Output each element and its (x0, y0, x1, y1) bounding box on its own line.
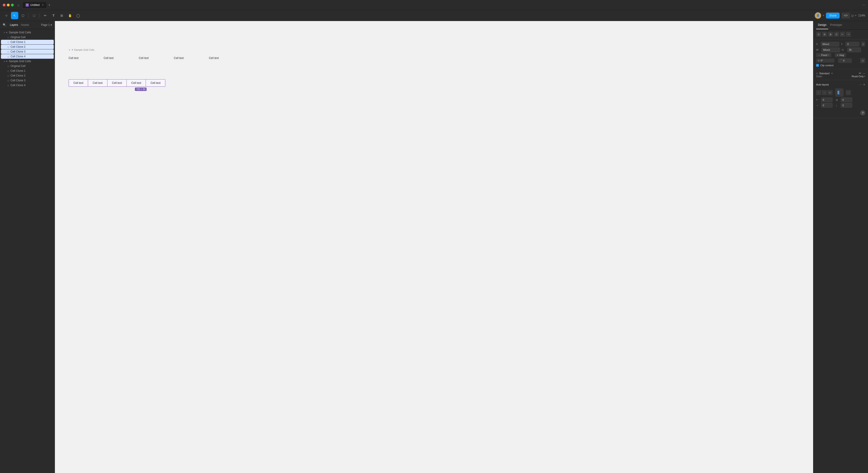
grid-frame[interactable]: Cell text Cell text Cell text Cell text … (69, 79, 165, 87)
fixed-icon: ↔ (818, 54, 820, 57)
fixed-chevron: ▾ (828, 54, 829, 56)
text-tool[interactable]: T (50, 12, 57, 19)
expand-icon[interactable]: ▾ (4, 31, 5, 34)
shape-tool[interactable]: □ (30, 12, 38, 19)
grid-cell-2[interactable]: Cell text (88, 79, 107, 87)
layer-cell-clone-4[interactable]: ◇ Cell Clone 4 (1, 54, 54, 59)
layer-original-cell-2[interactable]: ◇ Original Cell (1, 64, 54, 68)
active-tab[interactable]: F Untitled ✕ (23, 2, 46, 8)
y-input[interactable] (845, 42, 859, 46)
canvas-area[interactable]: ✦ ✦ Sample Grid Cells Cell text Cell tex… (55, 21, 813, 473)
position-lock-button[interactable]: ⊙ (861, 42, 865, 46)
grid-cell-5[interactable]: Cell text (146, 79, 165, 87)
cell-text-r2-4: Cell text (131, 81, 141, 85)
grid-cell-1[interactable]: Cell text (69, 79, 88, 87)
hand-tool[interactable]: ✋ (66, 12, 74, 19)
play-chevron[interactable]: ▾ (855, 14, 856, 17)
align-center-button[interactable]: ⊞ (822, 32, 827, 37)
component-chevron[interactable]: ▾ (831, 72, 833, 74)
padding-h-input[interactable] (821, 103, 833, 108)
expand-icon[interactable]: ▾ (4, 60, 5, 63)
hug-sizing-button[interactable]: ✕ Hug (835, 53, 846, 57)
layer-cell-clone-2b[interactable]: ◇ Cell Clone 2 (1, 73, 54, 78)
more-options-button[interactable]: ··· (862, 3, 865, 7)
home-icon[interactable]: ⌂ (18, 3, 19, 7)
comment-tool[interactable]: ◯ (74, 12, 82, 19)
tab-close-icon[interactable]: ✕ (42, 4, 44, 6)
h-input[interactable] (847, 47, 861, 52)
frame-icon: ◇ (7, 65, 9, 67)
rotation-value[interactable]: 0° (821, 59, 823, 62)
direction-right-button[interactable]: → (822, 90, 827, 95)
component-row: ◇ Standard ▾ ✏ ··· (816, 71, 865, 75)
frame-icon: ◇ (7, 74, 9, 77)
frame-grid-tool[interactable]: ⊹ (3, 12, 10, 19)
alignment-grid[interactable] (835, 89, 843, 97)
frame-icon: ◇ (7, 84, 9, 87)
component-edit-button[interactable]: ✏ (859, 71, 861, 75)
layer-cell-clone-1[interactable]: ◇ Cell Clone 1 (1, 40, 54, 44)
align-middle-button[interactable]: ⊢ (840, 32, 845, 37)
add-tab-button[interactable]: + (48, 3, 50, 7)
fixed-sizing-button[interactable]: ↔ Fixed ▾ (816, 53, 831, 57)
direction-wrap-button[interactable]: ↩ (828, 90, 833, 95)
layer-sample-grid-2[interactable]: ▾ ✦ Sample Grid Cells (1, 59, 54, 64)
minimize-button[interactable] (7, 4, 10, 6)
align-top-button[interactable]: ⊡ (834, 32, 839, 37)
state-value-container[interactable]: Read-Only ▾ (851, 75, 865, 78)
layer-cell-clone-3[interactable]: ◇ Cell Clone 3 (1, 49, 54, 54)
canvas-frame-label: ✦ Sample Grid Cells (71, 48, 94, 52)
x-input[interactable] (821, 42, 839, 46)
direction-row: ↓ → ↩ ··· (816, 89, 865, 97)
layer-cell-clone-1b[interactable]: ◇ Cell Clone 1 (1, 69, 54, 73)
align-bottom-button[interactable]: ⊣ (846, 32, 851, 37)
align-right-button[interactable]: ⊠ (828, 32, 833, 37)
auto-layout-more-button[interactable]: ··· (860, 83, 862, 86)
frame-icon: ◇ (7, 36, 9, 39)
auto-layout-add-button[interactable]: + (863, 82, 865, 87)
play-button[interactable]: ▷ (852, 14, 854, 18)
align-left-button[interactable]: ⊟ (816, 32, 821, 37)
pen-tool[interactable]: ✏ (42, 12, 49, 19)
direction-down-button[interactable]: ↓ (816, 90, 821, 95)
layer-label: Cell Clone 4 (10, 55, 25, 58)
size-badge: 720 × 30 (135, 88, 147, 91)
corner-radius-value[interactable]: 0 (843, 59, 844, 62)
prototype-tab[interactable]: Prototype (828, 21, 843, 29)
layer-cell-clone-3b[interactable]: ◇ Cell Clone 3 (1, 78, 54, 83)
y-label: Y (841, 43, 844, 45)
avatar-chevron[interactable]: ▾ (823, 14, 824, 17)
component-tool[interactable]: ⊞ (58, 12, 65, 19)
layer-original-cell-1[interactable]: ◇ Original Cell (1, 35, 54, 39)
svg-rect-2 (839, 92, 840, 93)
design-tab[interactable]: Design (816, 21, 828, 29)
clip-content-checkbox[interactable]: ✓ (816, 64, 819, 67)
page-selector[interactable]: Page 1 ▾ (41, 23, 52, 27)
gap-h-input[interactable] (821, 98, 833, 102)
component-name[interactable]: Standard (819, 72, 830, 75)
share-button[interactable]: Share (826, 12, 840, 19)
close-button[interactable] (3, 4, 5, 6)
component-more-button[interactable]: ··· (863, 71, 865, 75)
select-tool[interactable]: ↖ (11, 12, 18, 19)
fullscreen-button[interactable]: ⊡ (860, 58, 865, 63)
maximize-button[interactable] (11, 4, 14, 6)
padding-v-input[interactable] (841, 103, 852, 108)
grid-cell-4[interactable]: Cell text (127, 79, 146, 87)
layer-cell-clone-2[interactable]: ◇ Cell Clone 2 (1, 44, 54, 49)
layer-sample-grid-1[interactable]: ▾ ✦ Sample Grid Cells (1, 30, 54, 35)
frame-tool[interactable]: ⬡ (19, 12, 27, 19)
w-input[interactable] (822, 47, 840, 52)
layers-tab[interactable]: Layers (10, 23, 18, 27)
user-avatar[interactable]: 👤 (815, 12, 821, 19)
help-button[interactable]: ? (860, 110, 865, 115)
layer-cell-clone-4b[interactable]: ◇ Cell Clone 4 (1, 83, 54, 88)
assets-tab[interactable]: Assets (21, 23, 29, 27)
frame-icon: ◇ (7, 70, 9, 72)
zoom-level[interactable]: 114% (858, 14, 865, 17)
grid-cell-3[interactable]: Cell text (107, 79, 127, 87)
gap-v-input[interactable] (841, 98, 852, 102)
auto-layout-section: Auto layout ··· + ↓ → ↩ (813, 80, 868, 118)
code-button[interactable]: </> (841, 12, 850, 19)
more-layout-button[interactable]: ··· (846, 90, 851, 95)
